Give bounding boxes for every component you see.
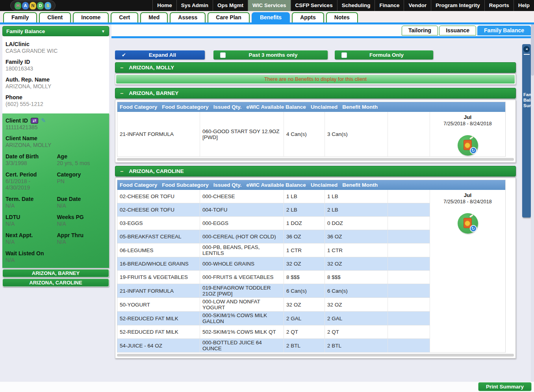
- section-title: ARIZONA, CAROLINE: [129, 168, 184, 174]
- column-header: Food Category: [117, 180, 159, 190]
- food-benefits-icon[interactable]: ↻: [458, 213, 478, 234]
- issued-qty-cell: 2 BTL: [284, 339, 325, 352]
- column-header: Unclaimed: [308, 102, 340, 112]
- expand-all-button[interactable]: ✔ Expand All: [115, 50, 205, 59]
- checkbox-icon: [220, 52, 226, 58]
- field-value: 20 yrs, 5 mos: [57, 160, 106, 166]
- table-row: 21-INFANT FORMULA 060-GOOD START SOY 12.…: [117, 112, 430, 157]
- family-info-field: Auth. Rep. Name ARIZONA, MOLLY: [6, 76, 106, 89]
- client-id-value: 11111421385: [6, 124, 106, 130]
- top-nav-item[interactable]: CSFP Services: [291, 0, 337, 11]
- module-tab[interactable]: Appts: [292, 12, 324, 22]
- column-header: Issued Qty.: [211, 102, 244, 112]
- molly-benefits-panel: There are no Benefits to display for thi…: [115, 74, 516, 85]
- module-tab[interactable]: Benefits: [252, 12, 290, 22]
- section-header-molly[interactable]: − ARIZONA, MOLLY: [115, 62, 516, 73]
- client-fields-grid: Client Name ARIZONA, MOLLY Date of Birth…: [6, 135, 106, 263]
- minus-icon[interactable]: −: [120, 90, 123, 97]
- family-info-field: Family ID 180016343: [6, 59, 106, 72]
- column-header: Food Subcategory: [159, 102, 211, 112]
- view-tab[interactable]: Family Balance: [477, 26, 531, 35]
- panel-label-line: Bala: [523, 97, 531, 103]
- module-tab[interactable]: Care Plan: [208, 12, 250, 22]
- module-tab[interactable]: Cert: [111, 12, 138, 22]
- field-value: N/A: [6, 203, 55, 209]
- checkmark-icon: ✔: [122, 52, 127, 58]
- issued-qty-cell: 36 OZ: [284, 230, 325, 243]
- issued-qty-cell: 1 CTR: [284, 243, 325, 257]
- benefit-month-range: 7/25/2018 - 8/24/2018: [430, 199, 505, 204]
- view-tab[interactable]: Issuance: [439, 26, 476, 35]
- footer-bar: [0, 382, 534, 392]
- top-nav-item[interactable]: Help: [514, 0, 534, 11]
- scrollbar-thumb[interactable]: [531, 24, 534, 76]
- field-value: PN: [57, 178, 106, 184]
- sidebar-panel-title: Family Balance: [6, 28, 45, 34]
- unclaimed-cell: [388, 217, 430, 230]
- food-category-cell: 52-REDUCED FAT MILK: [117, 312, 200, 325]
- top-nav-item[interactable]: Home: [152, 0, 176, 11]
- top-nav-item[interactable]: Sys Admin: [176, 0, 213, 11]
- unclaimed-cell: [388, 312, 430, 325]
- sidebar-panel-select[interactable]: Family Balance ▼: [2, 26, 109, 36]
- field-label: Category: [57, 171, 106, 178]
- ewic-balance-cell: 32 OZ: [325, 298, 388, 311]
- food-category-cell: 02-CHEESE OR TOFU: [117, 203, 200, 216]
- chevron-down-icon[interactable]: ▼: [101, 29, 105, 33]
- minus-icon[interactable]: −: [120, 168, 123, 175]
- top-nav-item[interactable]: Vendor: [404, 0, 431, 11]
- module-tab[interactable]: Assess: [170, 12, 206, 22]
- horizontal-scrollbar[interactable]: [117, 158, 514, 161]
- print-summary-button[interactable]: Print Summary: [478, 382, 532, 391]
- top-nav-item[interactable]: Finance: [375, 0, 404, 11]
- table-row: 06-LEGUMES 000-PB, BEANS, PEAS, LENTILS …: [117, 243, 430, 257]
- module-tab[interactable]: Income: [73, 12, 109, 22]
- ewic-balance-cell: 2 BTL: [325, 339, 388, 352]
- ewic-balance-cell: 0 DOZ: [325, 217, 388, 230]
- field-value: N/A: [57, 203, 106, 209]
- barney-benefits-panel: Food CategoryFood SubcategoryIssued Qty.…: [115, 100, 516, 163]
- column-header: Food Category: [117, 102, 159, 112]
- family-balance-summary-panel[interactable]: ◄ FamBalaSum: [522, 44, 531, 217]
- top-nav-item[interactable]: Reports: [484, 0, 514, 11]
- module-tab[interactable]: Client: [39, 12, 71, 22]
- section-header-caroline[interactable]: − ARIZONA, CAROLINE: [115, 166, 516, 176]
- food-benefits-icon[interactable]: ↻: [458, 135, 478, 156]
- section-title: ARIZONA, BARNEY: [129, 90, 178, 96]
- top-nav-item[interactable]: Program Integrity: [431, 0, 484, 11]
- issued-qty-cell: 2 QT: [284, 325, 325, 338]
- view-tab[interactable]: Tailoring: [402, 26, 438, 35]
- top-nav-item[interactable]: Ops Mgmt: [213, 0, 248, 11]
- field-label: Age: [57, 153, 106, 160]
- food-subcategory-cell: 000-PB, BEANS, PEAS, LENTILS: [200, 243, 284, 257]
- filter-toggles: ✔ Expand All Past 3 months only Formula …: [115, 50, 531, 59]
- top-nav-item[interactable]: Scheduling: [337, 0, 375, 11]
- module-tab[interactable]: Family: [3, 12, 37, 22]
- issued-qty-cell: 1 DOZ: [284, 217, 325, 230]
- horizontal-scrollbar[interactable]: [117, 354, 514, 357]
- module-tab[interactable]: Notes: [326, 12, 358, 22]
- table-row: 03-EGGS 000-EGGS 1 DOZ 0 DOZ: [117, 217, 430, 230]
- panel-label: FamBalaSum: [522, 92, 531, 108]
- minus-icon[interactable]: −: [120, 65, 123, 71]
- food-category-cell: 05-BREAKFAST CEREAL: [117, 230, 200, 243]
- formula-only-button[interactable]: Formula Only: [335, 50, 433, 59]
- food-category-cell: 02-CHEESE OR TOFU: [117, 190, 200, 203]
- field-label: Auth. Rep. Name: [6, 76, 106, 83]
- no-benefits-message: There are no Benefits to display for thi…: [116, 75, 515, 84]
- collapse-left-arrow-icon[interactable]: ◄: [523, 46, 530, 52]
- module-tab[interactable]: Med: [140, 12, 168, 22]
- past-3-months-button[interactable]: Past 3 months only: [213, 50, 328, 59]
- top-nav-item[interactable]: WIC Services: [248, 0, 291, 11]
- section-header-barney[interactable]: − ARIZONA, BARNEY: [115, 88, 516, 98]
- panel-label-line: Sum: [523, 103, 531, 108]
- top-bar: HANDS HomeSys AdminOps MgmtWIC ServicesC…: [0, 0, 534, 11]
- client-field: Client Name ARIZONA, MOLLY: [6, 135, 106, 148]
- unclaimed-cell: [388, 257, 430, 270]
- table-row: 16-BREAD/WHOLE GRAINS 000-WHOLE GRAINS 3…: [117, 257, 430, 271]
- vertical-scrollbar[interactable]: [531, 24, 534, 392]
- edit-client-icon[interactable]: ✎: [41, 118, 46, 123]
- family-member-button[interactable]: ARIZONA, BARNEY: [2, 269, 109, 277]
- family-member-button[interactable]: ARIZONA, CAROLINE: [2, 279, 109, 287]
- transfer-client-icon[interactable]: ⇄: [31, 118, 38, 124]
